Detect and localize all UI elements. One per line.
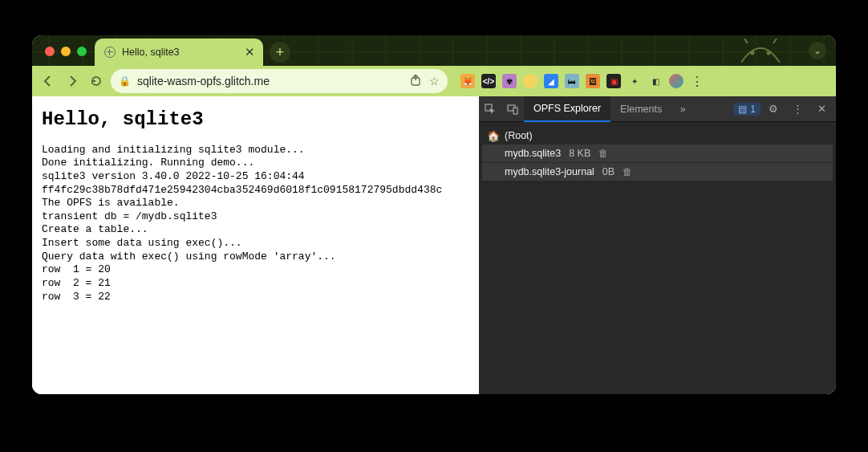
omnibox-actions: ☆ xyxy=(410,75,440,88)
log-line: Insert some data using exec()... xyxy=(42,237,469,250)
devtools-menu-kebab-icon[interactable]: ⋮ xyxy=(786,98,809,120)
tree-root-row[interactable]: 🏠 (Root) xyxy=(482,127,833,145)
bookmark-star-icon[interactable]: ☆ xyxy=(429,75,440,88)
home-icon: 🏠 xyxy=(487,130,500,142)
extension-icon-1[interactable]: 🦊 xyxy=(460,74,475,88)
chrome-menu-button[interactable]: ⋮ xyxy=(690,74,704,88)
extension-icon-4[interactable] xyxy=(523,74,537,88)
log-line: Query data with exec() using rowMode 'ar… xyxy=(42,250,469,264)
toolbar: 🔒 sqlite-wasm-opfs.glitch.me ☆ 🦊 </> ✾ ◢… xyxy=(32,66,836,96)
globe-icon xyxy=(104,47,116,58)
back-button[interactable] xyxy=(39,71,58,91)
lock-icon: 🔒 xyxy=(119,75,131,87)
issues-count: 1 xyxy=(750,104,756,115)
window-controls xyxy=(45,47,87,56)
device-toolbar-icon[interactable] xyxy=(501,98,524,120)
log-line: row 2 = 21 xyxy=(42,277,469,291)
file-name: mydb.sqlite3 xyxy=(505,148,561,159)
log-line: row 3 = 22 xyxy=(42,291,469,304)
traffic-light-maximize[interactable] xyxy=(77,47,87,56)
svg-line-3 xyxy=(773,39,777,43)
log-line: Loading and initializing sqlite3 module.… xyxy=(42,144,469,157)
reload-button[interactable] xyxy=(87,71,106,91)
new-tab-button[interactable]: + xyxy=(270,42,290,63)
extensions-row: 🦊 </> ✾ ◢ 🛏 🖼 ▣ ✦ ◧ ⋮ xyxy=(460,74,704,88)
file-size: 8 KB xyxy=(569,148,590,159)
chevron-down-icon: ⌄ xyxy=(813,45,821,56)
svg-rect-7 xyxy=(513,108,517,114)
traffic-light-close[interactable] xyxy=(45,47,55,56)
android-mascot-icon xyxy=(736,39,785,63)
extension-icon-6[interactable]: 🛏 xyxy=(565,74,579,88)
log-line: ff4fc29c38b78dfd471e25942304cba352469d60… xyxy=(42,184,469,197)
devtools-tab-opfs-explorer[interactable]: OPFS Explorer xyxy=(524,96,610,122)
share-icon[interactable] xyxy=(410,75,421,88)
profile-dropdown-button[interactable]: ⌄ xyxy=(809,42,826,59)
omnibox[interactable]: 🔒 sqlite-wasm-opfs.glitch.me ☆ xyxy=(111,69,448,93)
chat-icon: ▤ xyxy=(738,104,747,115)
content-area: Hello, sqlite3 Loading and initializing … xyxy=(32,96,836,394)
tab-title: Hello, sqlite3 xyxy=(122,47,180,58)
console-log-output: Loading and initializing sqlite3 module.… xyxy=(42,144,469,304)
log-line: The OPFS is available. xyxy=(42,197,469,210)
devtools-settings-gear-icon[interactable]: ⚙ xyxy=(762,98,785,120)
inspect-element-icon[interactable] xyxy=(479,98,501,120)
tree-root-label: (Root) xyxy=(505,130,533,141)
page-heading: Hello, sqlite3 xyxy=(42,108,469,132)
tree-file-row[interactable]: mydb.sqlite38 KB🗑 xyxy=(482,145,833,162)
file-name: mydb.sqlite3-journal xyxy=(505,166,594,177)
devtools-issues-badge[interactable]: ▤ 1 xyxy=(733,103,761,116)
traffic-light-minimize[interactable] xyxy=(61,47,71,56)
extensions-puzzle-icon[interactable]: ✦ xyxy=(627,74,642,88)
extension-icon-3[interactable]: ✾ xyxy=(502,74,517,88)
log-line: row 1 = 20 xyxy=(42,263,469,277)
extension-icon-7[interactable]: 🖼 xyxy=(586,74,600,88)
devtools-panel: OPFS Explorer Elements » ▤ 1 ⚙ ⋮ ✕ 🏠 (Ro… xyxy=(479,96,836,394)
page-viewport[interactable]: Hello, sqlite3 Loading and initializing … xyxy=(32,96,479,394)
tab-close-icon[interactable]: ✕ xyxy=(244,47,255,58)
svg-line-2 xyxy=(744,39,748,43)
tab-strip: Hello, sqlite3 ✕ + ⌄ xyxy=(32,35,836,66)
extension-icon-8[interactable]: ▣ xyxy=(606,74,621,88)
devtools-tab-elements[interactable]: Elements xyxy=(610,96,671,122)
delete-file-trash-icon[interactable]: 🗑 xyxy=(598,148,608,159)
omnibox-url-text: sqlite-wasm-opfs.glitch.me xyxy=(137,75,270,88)
svg-point-0 xyxy=(751,51,755,55)
devtools-tabbar: OPFS Explorer Elements » ▤ 1 ⚙ ⋮ ✕ xyxy=(479,96,836,122)
extension-icon-5[interactable]: ◢ xyxy=(544,74,558,88)
log-line: sqlite3 version 3.40.0 2022-10-25 16:04:… xyxy=(42,170,469,184)
devtools-close-icon[interactable]: ✕ xyxy=(810,98,833,120)
file-size: 0B xyxy=(602,166,614,177)
side-panel-icon[interactable]: ◧ xyxy=(648,74,663,88)
plus-icon: + xyxy=(276,44,285,61)
extension-icon-2[interactable]: </> xyxy=(481,74,496,88)
forward-button[interactable] xyxy=(63,71,82,91)
delete-file-trash-icon[interactable]: 🗑 xyxy=(623,166,632,177)
opfs-tree: 🏠 (Root) mydb.sqlite38 KB🗑mydb.sqlite3-j… xyxy=(479,122,836,185)
log-line: Create a table... xyxy=(42,223,469,237)
devtools-tabs-overflow-icon[interactable]: » xyxy=(671,98,694,120)
tab-active[interactable]: Hello, sqlite3 ✕ xyxy=(95,39,263,66)
log-line: Done initializing. Running demo... xyxy=(42,157,469,170)
log-line: transient db = /mydb.sqlite3 xyxy=(42,210,469,224)
browser-window: Hello, sqlite3 ✕ + ⌄ 🔒 sqlite-wasm-opfs.… xyxy=(32,35,836,394)
tree-file-row[interactable]: mydb.sqlite3-journal0B🗑 xyxy=(482,163,833,181)
profile-avatar-icon[interactable] xyxy=(669,74,683,88)
svg-point-1 xyxy=(767,51,771,55)
